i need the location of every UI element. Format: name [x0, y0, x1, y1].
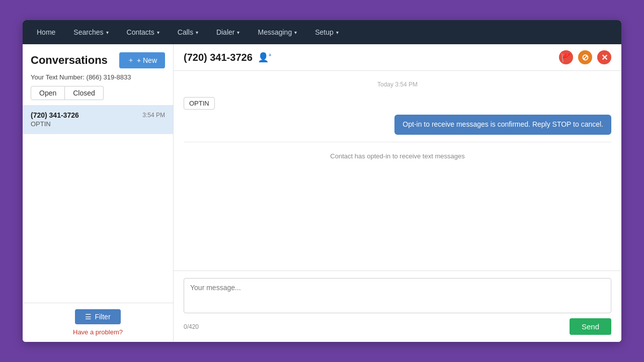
sidebar: Conversations ＋ + New Your Text Number: …	[23, 44, 174, 342]
flag-button[interactable]: 🚩	[559, 50, 573, 64]
app-container: Home Searches ▾ Contacts ▾ Calls ▾ Diale…	[23, 20, 621, 342]
send-button[interactable]: Send	[570, 318, 611, 335]
cancel-button[interactable]: ⊘	[578, 50, 592, 64]
nav-contacts[interactable]: Contacts ▾	[118, 20, 169, 44]
problem-link[interactable]: Have a problem?	[73, 328, 123, 336]
cancel-icon: ⊘	[582, 52, 589, 63]
message-input[interactable]	[184, 278, 611, 313]
optin-badge: OPTIN	[184, 97, 215, 110]
conversation-list: (720) 341-3726 3:54 PM OPTIN	[23, 105, 173, 303]
open-closed-tabs: Open Closed	[23, 86, 173, 105]
nav-calls[interactable]: Calls ▾	[169, 20, 207, 44]
calls-caret-icon: ▾	[196, 30, 198, 35]
dialer-caret-icon: ▾	[237, 30, 239, 35]
chat-area: (720) 341-3726 👤+ 🚩 ⊘ ✕ Today 3:54 P	[174, 44, 621, 342]
conversation-item[interactable]: (720) 341-3726 3:54 PM OPTIN	[23, 105, 173, 134]
close-icon: ✕	[601, 53, 608, 62]
chat-phone-number: (720) 341-3726 👤+	[184, 52, 272, 63]
tab-closed[interactable]: Closed	[65, 86, 104, 100]
filter-button[interactable]: ☰ Filter	[75, 309, 120, 324]
char-count: 0/420	[184, 323, 199, 330]
nav-dialer[interactable]: Dialer ▾	[207, 20, 249, 44]
chat-input-area: 0/420 Send	[174, 270, 621, 342]
sidebar-footer: ☰ Filter Have a problem?	[23, 303, 173, 342]
optin-confirm-text: Contact has opted-in to receive text mes…	[184, 152, 611, 160]
tab-open[interactable]: Open	[31, 86, 65, 100]
top-nav: Home Searches ▾ Contacts ▾ Calls ▾ Diale…	[23, 20, 621, 44]
nav-searches[interactable]: Searches ▾	[64, 20, 117, 44]
text-number-label: Your Text Number: (866) 319-8833	[23, 72, 173, 86]
close-button[interactable]: ✕	[597, 50, 611, 64]
conversations-title: Conversations	[31, 54, 108, 67]
main-area: Conversations ＋ + New Your Text Number: …	[23, 44, 621, 342]
divider	[184, 142, 611, 142]
add-contact-icon[interactable]: 👤+	[258, 52, 272, 63]
filter-icon: ☰	[85, 313, 92, 321]
searches-caret-icon: ▾	[106, 30, 109, 35]
nav-messaging[interactable]: Messaging ▾	[249, 20, 306, 44]
setup-caret-icon: ▾	[336, 30, 339, 35]
contacts-caret-icon: ▾	[157, 30, 159, 35]
nav-home[interactable]: Home	[28, 20, 64, 44]
flag-icon: 🚩	[561, 53, 571, 62]
time-label: Today 3:54 PM	[184, 81, 611, 88]
messaging-caret-icon: ▾	[294, 30, 297, 35]
conversation-phone: (720) 341-3726	[31, 111, 79, 119]
nav-setup[interactable]: Setup ▾	[306, 20, 348, 44]
new-conversation-button[interactable]: ＋ + New	[119, 52, 165, 68]
chat-actions: 🚩 ⊘ ✕	[559, 50, 611, 64]
outgoing-message: Opt-in to receive messages is confirmed.…	[394, 115, 611, 135]
conversation-label: OPTIN	[31, 120, 165, 128]
input-footer: 0/420 Send	[184, 318, 611, 335]
plus-icon: ＋	[127, 56, 134, 65]
chat-header: (720) 341-3726 👤+ 🚩 ⊘ ✕	[174, 44, 621, 71]
chat-messages: Today 3:54 PM OPTIN Opt-in to receive me…	[174, 71, 621, 270]
sidebar-header: Conversations ＋ + New	[23, 44, 173, 72]
conversation-time: 3:54 PM	[142, 112, 165, 119]
